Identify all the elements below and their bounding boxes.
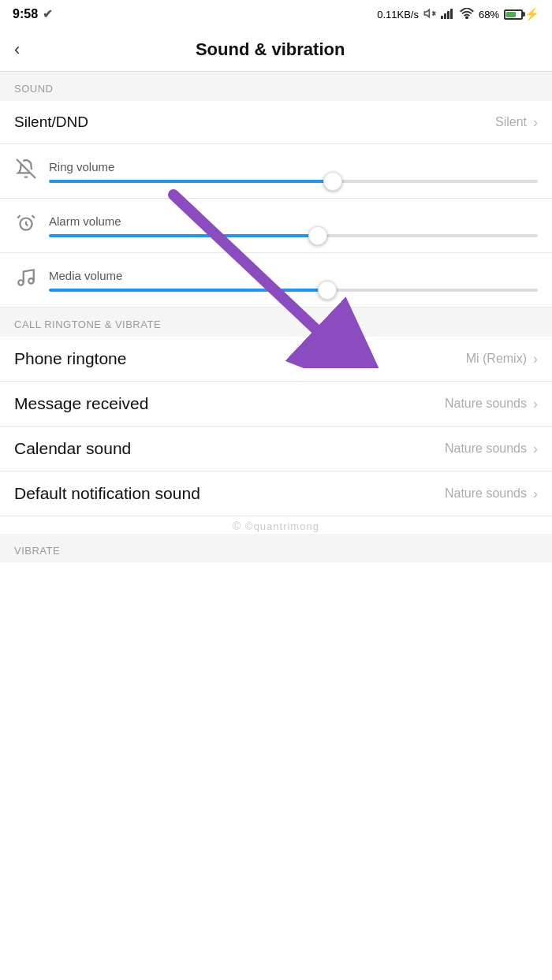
- svg-rect-3: [444, 13, 446, 19]
- calendar-sound-value: Nature sounds: [445, 442, 527, 456]
- phone-ringtone-row[interactable]: Phone ringtone Mi (Remix) ›: [0, 337, 552, 382]
- svg-rect-4: [447, 11, 449, 19]
- alarm-volume-slider[interactable]: [49, 234, 538, 237]
- arrow-overlay: Phone ringtone Mi (Remix) ›: [0, 337, 552, 382]
- message-received-value: Nature sounds: [445, 397, 527, 411]
- calendar-sound-label: Calendar sound: [14, 439, 445, 458]
- media-volume-content: Media volume: [49, 269, 538, 292]
- ring-volume-thumb[interactable]: [323, 172, 342, 191]
- signal-icon: [441, 8, 455, 21]
- vibrate-section-label: VIBRATE: [0, 534, 552, 563]
- status-time: 9:58: [13, 7, 38, 21]
- default-notification-label: Default notification sound: [14, 484, 445, 503]
- alarm-volume-thumb[interactable]: [308, 226, 327, 245]
- status-bar: 9:58 ✔ 0.11KB/s: [0, 0, 552, 28]
- svg-rect-5: [450, 9, 453, 19]
- bell-slash-icon: [14, 158, 38, 184]
- silent-dnd-value: Silent: [495, 115, 527, 129]
- svg-line-10: [32, 215, 35, 218]
- svg-point-11: [18, 280, 24, 285]
- sound-section-label: SOUND: [0, 72, 552, 101]
- charging-icon: ⚡: [524, 7, 539, 21]
- alarm-volume-fill: [49, 234, 318, 237]
- svg-rect-2: [441, 16, 443, 19]
- data-speed: 0.11KB/s: [377, 9, 419, 20]
- ring-volume-row: Ring volume: [0, 144, 552, 199]
- default-notification-row[interactable]: Default notification sound Nature sounds…: [0, 471, 552, 516]
- music-icon: [14, 267, 38, 293]
- svg-line-9: [17, 215, 20, 218]
- watermark-text: ©quantrimong: [245, 520, 319, 532]
- status-left: 9:58 ✔: [13, 7, 53, 21]
- battery-percent: 68%: [479, 9, 499, 20]
- chevron-icon: ›: [533, 396, 538, 412]
- ring-volume-fill: [49, 180, 333, 183]
- message-received-label: Message received: [14, 394, 445, 413]
- app-header: ‹ Sound & vibration: [0, 28, 552, 72]
- ring-volume-slider[interactable]: [49, 180, 538, 183]
- silent-dnd-row[interactable]: Silent/DND Silent ›: [0, 101, 552, 144]
- chevron-icon: ›: [533, 441, 538, 457]
- alarm-volume-label: Alarm volume: [49, 214, 538, 228]
- ring-volume-content: Ring volume: [49, 160, 538, 183]
- alarm-volume-content: Alarm volume: [49, 214, 538, 237]
- chevron-icon: ›: [533, 351, 538, 367]
- calendar-sound-row[interactable]: Calendar sound Nature sounds ›: [0, 427, 552, 471]
- media-volume-label: Media volume: [49, 269, 538, 282]
- call-ringtone-section-label: CALL RINGTONE & VIBRATE: [0, 307, 552, 337]
- media-volume-row: Media volume: [0, 253, 552, 307]
- svg-line-7: [17, 159, 35, 178]
- watermark: © ©quantrimong: [0, 516, 552, 534]
- phone-ringtone-value: Mi (Remix): [466, 352, 527, 366]
- silent-dnd-label: Silent/DND: [14, 114, 495, 131]
- mute-icon: [423, 7, 436, 22]
- page-title: Sound & vibration: [32, 39, 508, 60]
- watermark-icon: ©: [233, 520, 241, 532]
- ring-volume-label: Ring volume: [49, 160, 538, 173]
- volume-section: Ring volume Alarm volume: [0, 144, 552, 307]
- svg-point-12: [28, 278, 34, 284]
- message-received-row[interactable]: Message received Nature sounds ›: [0, 382, 552, 427]
- alarm-volume-row: Alarm volume: [0, 199, 552, 253]
- phone-ringtone-label: Phone ringtone: [14, 349, 466, 368]
- svg-point-6: [466, 17, 468, 18]
- alarm-icon: [14, 213, 38, 238]
- default-notification-value: Nature sounds: [445, 486, 527, 501]
- media-volume-slider[interactable]: [49, 289, 538, 292]
- status-check-icon: ✔: [43, 7, 53, 21]
- status-right: 0.11KB/s: [377, 7, 539, 22]
- wifi-icon: [460, 8, 474, 21]
- media-volume-thumb[interactable]: [318, 281, 337, 300]
- chevron-icon: ›: [533, 486, 538, 502]
- back-button[interactable]: ‹: [14, 41, 20, 58]
- media-volume-fill: [49, 289, 327, 292]
- battery-icon: [504, 9, 523, 20]
- chevron-icon: ›: [533, 114, 538, 131]
